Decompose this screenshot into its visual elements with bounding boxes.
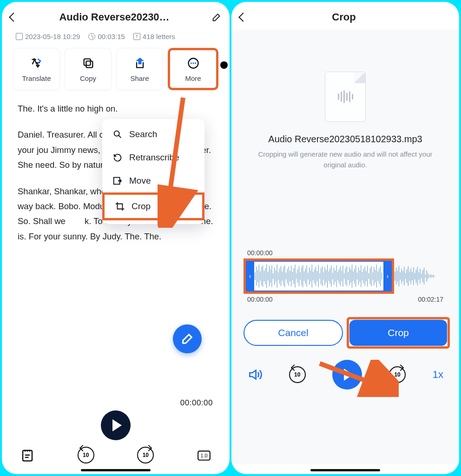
- waveform-icon: [338, 90, 353, 103]
- more-button[interactable]: More: [168, 48, 218, 90]
- copy-icon: [82, 57, 95, 70]
- share-label: Share: [130, 74, 149, 82]
- svg-line-142: [320, 364, 389, 390]
- more-label: More: [185, 74, 201, 82]
- page-title: Audio Reverse20230…: [17, 11, 212, 23]
- search-icon: [112, 129, 123, 139]
- skip-fwd-button[interactable]: 10: [137, 447, 154, 463]
- waveform-unselected[interactable]: [394, 262, 447, 290]
- translate-button[interactable]: Translate: [13, 48, 60, 90]
- home-indicator: [81, 469, 151, 471]
- annotation-arrow: [158, 93, 199, 228]
- scrollbar-thumb[interactable]: [220, 61, 228, 69]
- bottom-controls: 10 10 1.0: [2, 445, 230, 464]
- text-icon: T: [133, 33, 140, 40]
- crop-body: Audio Reverse20230518102933.mp3 Cropping…: [231, 30, 459, 464]
- action-grid: Translate Copy Share More: [2, 48, 230, 93]
- crop-handle-left[interactable]: ‹: [246, 261, 254, 291]
- notes-icon[interactable]: [20, 448, 34, 462]
- waveform-editor: 00:00:00 ‹: [244, 249, 447, 303]
- skip-back-button[interactable]: 10: [289, 366, 306, 383]
- file-icon: [325, 72, 366, 122]
- pencil-icon: [181, 332, 194, 345]
- file-name: Audio Reverse20230518102933.mp3: [268, 134, 422, 145]
- edit-fab[interactable]: [173, 324, 202, 353]
- svg-point-4: [192, 62, 194, 64]
- speed-icon[interactable]: 1.0: [197, 448, 211, 462]
- crop-start-bot: 00:00:00: [247, 296, 273, 303]
- transcript-screen: Audio Reverse20230… 2023-05-18 10:29 00:…: [2, 2, 230, 474]
- copy-label: Copy: [80, 74, 96, 82]
- meta-row: 2023-05-18 10:29 00:03:15 T418 letters: [2, 30, 230, 48]
- more-icon: [187, 57, 200, 70]
- header: Crop: [231, 2, 459, 30]
- svg-rect-0: [86, 61, 92, 67]
- svg-point-6: [114, 131, 119, 136]
- annotation-arrow: [315, 360, 399, 397]
- svg-text:1.0: 1.0: [201, 453, 208, 458]
- translate-icon: [30, 57, 43, 70]
- button-row: Cancel Crop: [244, 320, 447, 346]
- volume-icon[interactable]: [247, 367, 262, 382]
- crop-screen: Crop Audio Reverse20230518102933.mp3 Cro…: [231, 2, 459, 474]
- crop-handle-right[interactable]: ›: [383, 261, 392, 291]
- cancel-button[interactable]: Cancel: [244, 320, 343, 346]
- page-title: Crop: [246, 11, 441, 23]
- meta-duration: 00:03:15: [98, 33, 125, 40]
- waveform-selected[interactable]: [254, 261, 383, 291]
- crop-selection: ‹ ›: [244, 258, 394, 294]
- calendar-icon: [16, 33, 23, 40]
- skip-back-button[interactable]: 10: [78, 447, 94, 463]
- meta-letters: 418 letters: [143, 33, 175, 40]
- svg-point-3: [190, 62, 191, 64]
- copy-button[interactable]: Copy: [65, 48, 112, 90]
- crop-icon: [115, 201, 125, 212]
- svg-point-5: [195, 62, 196, 64]
- waveform-svg: [254, 262, 383, 291]
- share-button[interactable]: Share: [116, 48, 163, 90]
- crop-end-bot: 00:02:17: [418, 296, 444, 303]
- playback-time: 00:00:00: [2, 398, 230, 410]
- svg-rect-1: [84, 59, 90, 66]
- clock-icon: [88, 33, 95, 40]
- edit-icon[interactable]: [212, 13, 221, 22]
- speed-button[interactable]: 1x: [433, 369, 443, 381]
- home-indicator: [310, 469, 380, 471]
- play-button[interactable]: [101, 410, 131, 440]
- header: Audio Reverse20230…: [2, 2, 230, 30]
- meta-date: 2023-05-18 10:29: [25, 33, 80, 40]
- translate-label: Translate: [22, 74, 51, 82]
- svg-line-8: [167, 98, 183, 214]
- share-icon: [133, 57, 146, 70]
- crop-start-top: 00:00:00: [247, 249, 273, 257]
- retranscribe-icon: [112, 152, 123, 163]
- waveform-svg: [394, 262, 447, 290]
- file-subtitle: Cropping will generate new audio and wil…: [244, 149, 447, 170]
- crop-button[interactable]: Crop: [349, 320, 447, 346]
- move-icon: [112, 176, 123, 186]
